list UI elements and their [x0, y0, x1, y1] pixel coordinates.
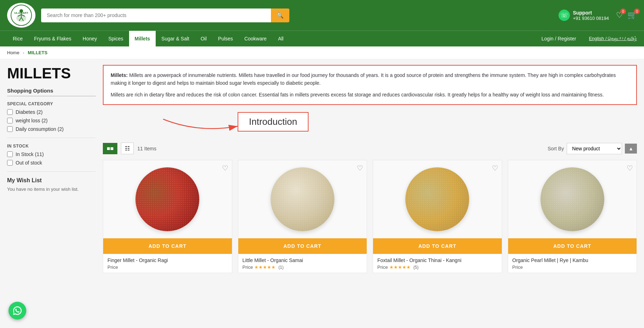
product-3-rating-wrap: Price ★★★★★ (5)	[377, 265, 498, 270]
nav-sugar-salt[interactable]: Sugar & Salt	[156, 31, 195, 46]
filter-daily-consumption-checkbox[interactable]	[7, 126, 13, 132]
product-2-name: Little Millet - Organic Samai	[243, 257, 363, 263]
nav-oil[interactable]: Oil	[195, 31, 212, 46]
login-register-link[interactable]: Login / Register	[536, 31, 582, 46]
product-4-wishlist-icon[interactable]: ♡	[627, 164, 633, 172]
language-selector[interactable]: English / தெலுగు / தமிழ்	[589, 36, 637, 41]
filter-diabetes-checkbox[interactable]	[7, 109, 13, 115]
product-card-ragi: ♡ ADD TO CART Finger Millet - Organic Ra…	[103, 160, 232, 273]
cart-badge: 0	[634, 9, 640, 14]
product-4-name: Organic Pearl Millet | Rye | Kambu	[512, 257, 633, 263]
nav-rice[interactable]: Rice	[7, 31, 28, 46]
cart-wish-area: ♡ 0 🛒 0	[616, 11, 637, 20]
intro-para-1: Millets: Millets are a powerpack of innu…	[111, 71, 629, 87]
product-2-wishlist-icon[interactable]: ♡	[357, 164, 363, 172]
logo-image: ULAMART	[10, 4, 33, 27]
page-title: MILLETS	[7, 65, 96, 82]
list-view-button[interactable]: ☷	[121, 143, 134, 154]
filter-in-stock-label: In Stock (11)	[16, 151, 44, 157]
filter-in-stock-checkbox[interactable]	[7, 151, 13, 157]
wishlist-icon-wrap[interactable]: ♡ 0	[616, 11, 623, 20]
product-2-stars: ★★★★★	[254, 265, 276, 270]
annotation-area: Introduction	[103, 112, 637, 137]
product-card-thinai: ♡ ADD TO CART Foxtail Millet - Organic T…	[373, 160, 502, 273]
nav-all[interactable]: All	[272, 31, 289, 46]
filter-diabetes[interactable]: Diabetes (2)	[7, 109, 96, 115]
product-1-wishlist-icon[interactable]: ♡	[222, 164, 228, 172]
wishlist-title: My Wish List	[7, 177, 96, 184]
filter-diabetes-label: Diabetes (2)	[16, 109, 43, 115]
filter-out-of-stock-label: Out of stock	[16, 160, 42, 166]
nav-honey[interactable]: Honey	[77, 31, 102, 46]
filter-out-of-stock[interactable]: Out of stock	[7, 160, 96, 166]
product-2-rating-wrap: Price ★★★★★ (1)	[243, 265, 363, 270]
annotation-arrow-svg	[156, 116, 248, 137]
nav-spices[interactable]: Spices	[103, 31, 129, 46]
filter-weight-loss-checkbox[interactable]	[7, 118, 13, 123]
product-3-grain-texture	[405, 167, 469, 231]
product-2-price-label: Price	[243, 265, 253, 270]
product-1-grain-texture	[135, 167, 199, 231]
sidebar: MILLETS Shopping Options SPECIAL CATEGOR…	[7, 65, 103, 273]
header-top: ULAMART 🔍 ☏ Support +91 93610 08194 ♡ 0	[0, 0, 644, 30]
filter-daily-consumption[interactable]: Daily consumption (2)	[7, 126, 96, 132]
nav-cookware[interactable]: Cookware	[239, 31, 272, 46]
nav-pulses[interactable]: Pulses	[212, 31, 239, 46]
products-grid: ♡ ADD TO CART Finger Millet - Organic Ra…	[103, 160, 637, 273]
filter-weight-loss-label: weight loss (2)	[16, 118, 48, 123]
filter-daily-consumption-label: Daily consumption (2)	[16, 126, 63, 132]
intro-label: Millets:	[111, 72, 128, 78]
main-wrap: MILLETS Shopping Options SPECIAL CATEGOR…	[0, 59, 644, 279]
breadcrumb: Home › MILLETS	[0, 46, 644, 59]
header-right: ☏ Support +91 93610 08194 ♡ 0 🛒 0	[559, 10, 637, 21]
sort-select[interactable]: New product Price: Low to High Price: Hi…	[567, 143, 622, 154]
product-4-grain-texture	[540, 167, 604, 231]
breadcrumb-separator: ›	[23, 50, 24, 55]
intro-box: Millets: Millets are a powerpack of innu…	[103, 65, 637, 105]
filter-in-stock[interactable]: In Stock (11)	[7, 151, 96, 157]
nav-right: Login / Register English / தெலுగు / தமிழ…	[536, 31, 637, 46]
product-3-info: Foxtail Millet - Organic Thinai - Kangni…	[373, 254, 502, 273]
grid-view-button[interactable]: ■■	[103, 143, 117, 154]
product-4-info: Organic Pearl Millet | Rye | Kambu Price	[508, 254, 637, 273]
intro-para-2: Millets are rich in dietary fibre and re…	[111, 91, 629, 99]
filter-weight-loss-count: (2)	[41, 118, 48, 123]
breadcrumb-current: MILLETS	[28, 50, 48, 55]
special-category-title: SPECIAL CATEGORY	[7, 101, 96, 106]
nav-millets[interactable]: Millets	[129, 31, 156, 46]
product-3-wishlist-icon[interactable]: ♡	[492, 164, 498, 172]
product-3-price-label: Price	[377, 265, 388, 270]
logo[interactable]: ULAMART	[7, 3, 35, 28]
search-button[interactable]: 🔍	[271, 9, 289, 22]
product-3-add-to-cart[interactable]: ADD TO CART	[373, 238, 502, 254]
filter-weight-loss[interactable]: weight loss (2)	[7, 118, 96, 123]
product-1-name: Finger Millet - Organic Ragi	[107, 257, 228, 263]
items-count: 11 Items	[137, 146, 156, 151]
product-4-price-label: Price	[512, 265, 633, 270]
product-2-add-to-cart[interactable]: ADD TO CART	[238, 238, 367, 254]
product-3-stars: ★★★★★	[389, 265, 411, 270]
product-1-image	[135, 167, 199, 231]
sort-asc-button[interactable]: ▲	[625, 144, 637, 154]
product-4-image-wrap	[508, 160, 637, 238]
filter-out-of-stock-checkbox[interactable]	[7, 160, 13, 166]
breadcrumb-home[interactable]: Home	[7, 50, 20, 55]
product-2-image-wrap	[238, 160, 367, 238]
product-card-kambu: ♡ ADD TO CART Organic Pearl Millet | Rye…	[508, 160, 637, 273]
search-input[interactable]	[41, 9, 271, 22]
support-text: Support +91 93610 08194	[573, 10, 609, 21]
sort-wrap: Sort By New product Price: Low to High P…	[548, 143, 637, 154]
product-4-add-to-cart[interactable]: ADD TO CART	[508, 238, 637, 254]
support-label: Support	[573, 10, 609, 16]
product-3-review-count: (5)	[413, 265, 419, 270]
cart-icon-wrap[interactable]: 🛒 0	[627, 11, 637, 20]
product-3-name: Foxtail Millet - Organic Thinai - Kangni	[377, 257, 498, 263]
svg-point-4	[20, 9, 23, 13]
nav-fryums[interactable]: Fryums & Flakes	[28, 31, 77, 46]
product-2-review-count: (1)	[278, 265, 284, 270]
product-4-image	[540, 167, 604, 231]
product-1-price-label: Price	[107, 265, 228, 270]
product-1-add-to-cart[interactable]: ADD TO CART	[103, 238, 232, 254]
whatsapp-support-icon[interactable]: ☏	[559, 10, 570, 21]
product-3-image-wrap	[373, 160, 502, 238]
